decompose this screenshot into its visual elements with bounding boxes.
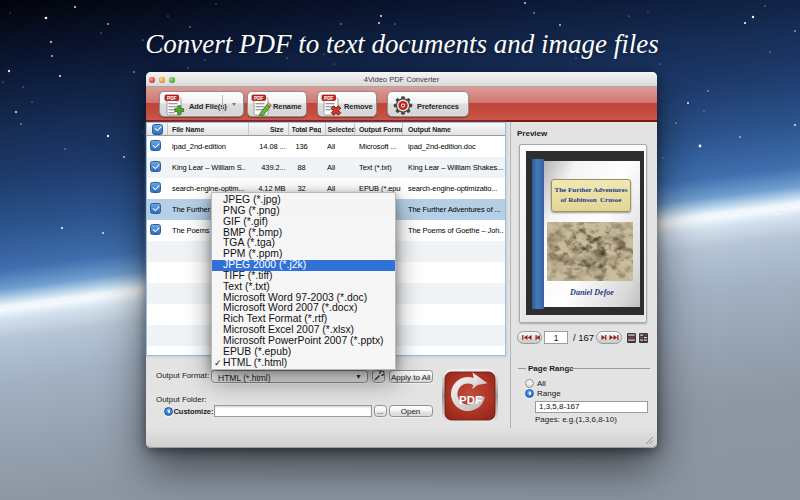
svg-text:/ 167: / 167 bbox=[573, 332, 594, 343]
svg-text:PDF: PDF bbox=[254, 96, 263, 101]
svg-text:PDF: PDF bbox=[324, 96, 333, 101]
svg-text:PDF: PDF bbox=[167, 96, 176, 101]
svg-text:PDF: PDF bbox=[459, 394, 482, 406]
svg-text:1: 1 bbox=[554, 333, 559, 343]
